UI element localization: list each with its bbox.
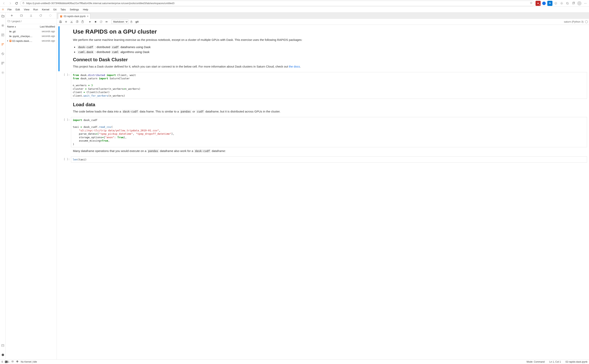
refresh-files-button[interactable] (38, 13, 43, 18)
file-modified: seconds ago (42, 35, 55, 38)
address-bar[interactable]: https://j-jnoli-untitled3-3073f49bbbbd40… (20, 0, 535, 6)
extension-red-icon[interactable]: M7 (535, 1, 541, 6)
collections-icon[interactable] (571, 1, 576, 6)
menu-help[interactable]: Help (81, 7, 90, 13)
jupyter-logo-icon[interactable] (0, 7, 6, 12)
code-cell[interactable]: [ ]: from dask.distributed import Client… (58, 72, 587, 99)
activity-dask-icon[interactable] (0, 42, 6, 47)
activity-tabs-icon[interactable] (0, 343, 6, 348)
kernel-name[interactable]: saturn (Python 3) (564, 20, 583, 23)
code-content[interactable]: len(taxi) (71, 156, 587, 163)
extension-bluecircle-icon[interactable] (542, 1, 547, 6)
add-cell-button[interactable] (63, 20, 69, 24)
activity-extensions-icon[interactable] (0, 60, 6, 66)
jupyter-menubar: File Edit View Run Kernel Git Tabs Setti… (0, 7, 589, 13)
file-name: 02-rapids-dask.… (12, 39, 42, 42)
extension-notes-icon[interactable]: 31 (547, 1, 552, 6)
activity-puzzle-icon[interactable] (0, 352, 6, 358)
menu-kernel[interactable]: Kernel (40, 7, 51, 13)
markdown-cell[interactable]: Use RAPIDS on a GPU cluster We perform t… (58, 26, 587, 71)
svg-rect-17 (10, 41, 11, 41)
run-button[interactable] (87, 20, 93, 24)
status-git-icon[interactable] (16, 360, 19, 364)
activity-git-icon[interactable] (0, 51, 6, 57)
timing-button[interactable] (129, 20, 134, 24)
svg-rect-13 (2, 344, 4, 346)
breadcrumb[interactable]: / project / (6, 19, 57, 24)
more-menu-icon[interactable]: ⋯ (583, 1, 588, 6)
extension-puzzle-icon[interactable] (559, 1, 564, 6)
url-text: https://j-jnoli-untitled3-3073f49bbbbd40… (26, 2, 528, 5)
notebook-content[interactable]: Use RAPIDS on a GPU cluster We perform t… (57, 25, 589, 359)
markdown-cell[interactable]: Many dataframe operations that you would… (58, 148, 587, 156)
svg-rect-0 (23, 3, 24, 4)
git-toggle-button[interactable] (48, 13, 53, 18)
restart-run-all-button[interactable] (104, 20, 109, 24)
menu-tabs[interactable]: Tabs (58, 7, 68, 13)
browser-right-icons: M7 31 ⋯ (535, 1, 588, 6)
copy-button[interactable] (74, 20, 80, 24)
menu-file[interactable]: File (6, 7, 13, 13)
save-button[interactable] (58, 20, 63, 24)
status-kernels[interactable]: >_ 1 (5, 360, 9, 363)
back-button[interactable] (1, 0, 7, 6)
forward-button[interactable] (7, 0, 13, 6)
file-row[interactable]: ● 02-rapids-dask.… seconds ago (6, 39, 57, 43)
cut-button[interactable] (69, 20, 74, 24)
tab-bar: 02-rapids-dask.ipynb ✕ (57, 13, 589, 19)
paragraph: We perform the same machine learning exe… (73, 38, 587, 42)
folder-icon (9, 35, 12, 38)
menu-settings[interactable]: Settings (68, 7, 81, 13)
activity-filebrowser-icon[interactable] (0, 13, 6, 19)
paragraph: Many dataframe operations that you would… (73, 149, 587, 153)
header-modified: Last Modified (40, 25, 55, 28)
svg-rect-9 (2, 62, 3, 63)
file-list-header[interactable]: Name▲ Last Modified (6, 24, 57, 29)
refresh-button[interactable] (14, 0, 19, 6)
menu-git[interactable]: Git (51, 7, 59, 13)
code-cell[interactable]: [ ]: import dask_cudf taxi = dask_cudf.r… (58, 117, 587, 147)
menu-run[interactable]: Run (31, 7, 40, 13)
menu-view[interactable]: View (22, 7, 31, 13)
restart-button[interactable] (99, 20, 104, 24)
docs-link[interactable]: the docs (289, 65, 300, 68)
prompt: [ ]: (60, 72, 71, 99)
status-terminals[interactable]: 0 (2, 360, 3, 363)
file-row[interactable]: .git seconds ago (6, 29, 57, 34)
git-toolbar-label[interactable]: git (135, 20, 139, 23)
code-cell[interactable]: [ ]: len(taxi) (58, 156, 587, 163)
file-row[interactable]: .ipynb_checkpo… seconds ago (6, 34, 57, 39)
upload-button[interactable] (29, 13, 33, 18)
kernel-indicator-icon[interactable] (585, 20, 588, 23)
code-content[interactable]: import dask_cudf taxi = dask_cudf.read_c… (71, 117, 587, 147)
new-folder-button[interactable] (19, 13, 24, 18)
paste-button[interactable] (80, 20, 85, 24)
status-kernel-text[interactable]: No Kernel | Idle (21, 360, 37, 363)
svg-rect-22 (60, 21, 61, 21)
markdown-cell[interactable]: Load data The code below loads the data … (58, 99, 587, 116)
activity-running-icon[interactable] (0, 23, 6, 28)
profile-avatar[interactable] (577, 1, 582, 6)
close-tab-icon[interactable]: ✕ (87, 15, 89, 18)
stop-button[interactable] (93, 20, 98, 24)
file-list: .git seconds ago .ipynb_checkpo… seconds… (6, 29, 57, 359)
code-content[interactable]: from dask.distributed import Client, wai… (71, 72, 587, 99)
notebook-icon (60, 15, 62, 18)
status-mode[interactable]: Mode: Command (527, 360, 545, 363)
extension-cube-icon[interactable] (553, 1, 558, 6)
status-lncol[interactable]: Ln 1, Col 1 (549, 360, 561, 363)
favorites-menu-icon[interactable] (565, 1, 570, 6)
activity-settings-icon[interactable] (0, 70, 6, 75)
activity-bar (0, 13, 6, 359)
status-file[interactable]: 02-rapids-dask.ipynb (566, 360, 587, 363)
new-launcher-button[interactable] (9, 13, 14, 18)
activity-toc-icon[interactable] (0, 32, 6, 38)
status-circles-icon[interactable] (11, 360, 14, 364)
cell-type-select[interactable]: Markdown (112, 20, 128, 24)
folder-icon (9, 30, 12, 33)
favorite-icon[interactable] (530, 2, 533, 5)
tab-notebook[interactable]: 02-rapids-dask.ipynb ✕ (58, 13, 90, 19)
dirty-dot-icon: ● (7, 40, 9, 42)
list: dask-cudf : distributed cudf dataframes … (77, 45, 587, 55)
menu-edit[interactable]: Edit (13, 7, 22, 13)
